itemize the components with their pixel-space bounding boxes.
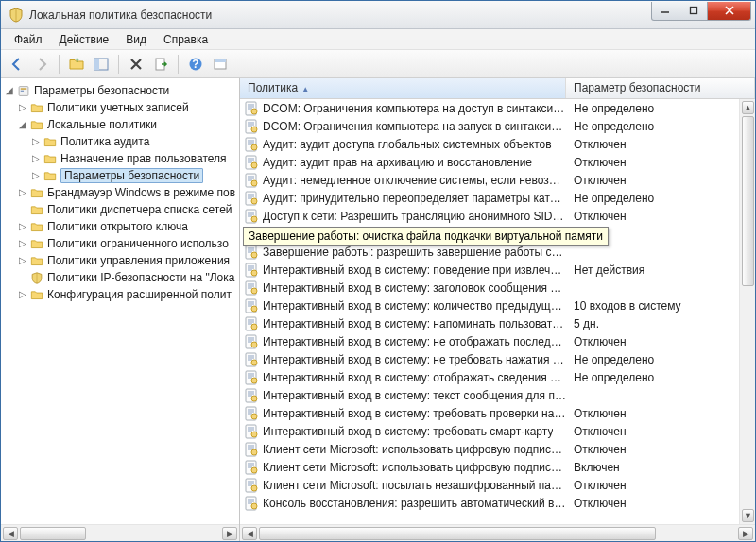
delete-button[interactable]	[126, 54, 146, 75]
policy-list[interactable]: DCOM: Ограничения компьютера на доступ в…	[240, 99, 755, 524]
policy-value: Не определено	[566, 353, 755, 366]
policy-icon	[244, 119, 259, 134]
list-row[interactable]: Аудит: принудительно переопределяет пара…	[240, 189, 755, 207]
menu-view[interactable]: Вид	[118, 31, 154, 48]
list-row[interactable]: Консоль восстановления: разрешить автома…	[240, 494, 755, 512]
policy-value: Отключен	[566, 479, 755, 492]
scroll-up-icon[interactable]: ▲	[742, 101, 754, 114]
scroll-left-icon[interactable]: ◀	[242, 527, 257, 540]
list-row[interactable]: Клиент сети Microsoft: посылать незашифр…	[240, 476, 755, 494]
policy-value: Включен	[566, 461, 755, 474]
up-button[interactable]	[66, 54, 87, 75]
policy-icon	[244, 352, 259, 367]
properties-button[interactable]	[210, 54, 231, 75]
col-param[interactable]: Параметр безопасности	[566, 78, 755, 98]
list-row[interactable]: Интерактивный вход в систему: текст сооб…	[240, 386, 755, 404]
minimize-button[interactable]	[651, 2, 679, 21]
tree-item[interactable]: ▷Назначение прав пользователя	[3, 150, 239, 167]
tree-item-selected[interactable]: ▷Параметры безопасности	[3, 167, 239, 184]
scroll-thumb[interactable]	[259, 527, 656, 540]
expand-icon[interactable]: ▷	[16, 256, 29, 265]
list-row[interactable]: Интерактивный вход в систему: отображать…	[240, 368, 755, 386]
back-button[interactable]	[7, 54, 27, 75]
expand-icon[interactable]: ▷	[29, 137, 43, 146]
export-button[interactable]	[150, 54, 171, 75]
list-row[interactable]: Клиент сети Microsoft: использовать цифр…	[240, 458, 755, 476]
list-row[interactable]: DCOM: Ограничения компьютера на запуск в…	[240, 117, 755, 135]
policy-icon	[244, 424, 259, 439]
scroll-right-icon[interactable]: ▶	[222, 527, 237, 540]
policy-value: Отключен	[566, 425, 755, 438]
list-row[interactable]: Аудит: немедленное отключение системы, е…	[240, 171, 755, 189]
list-row[interactable]: Интерактивный вход в систему: поведение …	[240, 261, 755, 279]
forward-button[interactable]	[31, 54, 52, 75]
menu-action[interactable]: Действие	[52, 31, 117, 48]
scroll-right-icon[interactable]: ▶	[738, 527, 753, 540]
menu-file[interactable]: Файл	[7, 31, 50, 48]
list-row[interactable]: Интерактивный вход в систему: не требова…	[240, 350, 755, 368]
list-row[interactable]: Интерактивный вход в систему: требовать …	[240, 422, 755, 440]
list-row[interactable]: Интерактивный вход в систему: напоминать…	[240, 314, 755, 332]
help-button[interactable]: ?	[185, 54, 206, 75]
expand-icon[interactable]: ▷	[16, 290, 29, 299]
tree-item[interactable]: ▷Брандмауэр Windows в режиме пов	[3, 184, 239, 201]
list-vscrollbar[interactable]: ▲ ▼	[739, 99, 755, 524]
policy-value: 5 дн.	[566, 317, 755, 330]
svg-rect-6	[690, 8, 696, 14]
policy-value: Отключен	[566, 156, 755, 169]
close-button[interactable]	[708, 2, 751, 21]
policy-icon	[244, 155, 259, 170]
policy-name: Консоль восстановления: разрешить автома…	[263, 497, 566, 510]
tree-root[interactable]: ◢Параметры безопасности	[3, 82, 239, 99]
tree-item[interactable]: ▷Политика аудита	[3, 133, 239, 150]
policy-name: Клиент сети Microsoft: использовать цифр…	[263, 443, 566, 456]
list-row[interactable]: Аудит: аудит доступа глобальных системны…	[240, 135, 755, 153]
tree-item[interactable]: ▷Политики открытого ключа	[3, 218, 239, 235]
col-policy[interactable]: Политика▲	[240, 78, 566, 98]
list-row[interactable]: DCOM: Ограничения компьютера на доступ в…	[240, 99, 755, 117]
list-row[interactable]: Клиент сети Microsoft: использовать цифр…	[240, 440, 755, 458]
tree-hscrollbar[interactable]: ◀ ▶	[1, 524, 239, 541]
scroll-left-icon[interactable]: ◀	[3, 527, 18, 540]
tree-item[interactable]: ◢Локальные политики	[3, 116, 239, 133]
policy-icon	[244, 496, 259, 511]
tree-item[interactable]: ▷Политики управления приложения	[3, 252, 239, 269]
list-row[interactable]: Аудит: аудит прав на архивацию и восстан…	[240, 153, 755, 171]
scroll-thumb[interactable]	[20, 527, 86, 540]
expand-icon[interactable]: ▷	[16, 239, 29, 248]
policy-name: DCOM: Ограничения компьютера на доступ в…	[263, 102, 566, 115]
policy-icon	[244, 245, 259, 260]
tree-item[interactable]: ▷Политики учетных записей	[3, 99, 239, 116]
menu-help[interactable]: Справка	[156, 31, 215, 48]
collapse-icon[interactable]: ◢	[3, 86, 16, 95]
policy-name: Аудит: аудит прав на архивацию и восстан…	[263, 156, 532, 169]
scroll-thumb[interactable]	[742, 116, 754, 286]
policy-icon	[244, 406, 259, 421]
titlebar: Локальная политика безопасности	[1, 1, 755, 29]
policy-name: Интерактивный вход в систему: требовать …	[263, 407, 566, 420]
expand-icon[interactable]: ▷	[29, 171, 43, 180]
collapse-icon[interactable]: ◢	[16, 120, 29, 129]
maximize-button[interactable]	[679, 2, 708, 21]
policy-value: Отключен	[566, 443, 755, 456]
expand-icon[interactable]: ▷	[16, 222, 29, 231]
list-row[interactable]: Интерактивный вход в систему: не отображ…	[240, 332, 755, 350]
list-row[interactable]: Интерактивный вход в систему: количество…	[240, 296, 755, 314]
list-hscrollbar[interactable]: ◀ ▶	[240, 524, 755, 541]
expand-icon[interactable]: ▷	[29, 154, 43, 163]
list-row[interactable]: Интерактивный вход в систему: заголовок …	[240, 279, 755, 296]
scroll-down-icon[interactable]: ▼	[742, 509, 754, 522]
app-icon	[9, 8, 24, 23]
tree[interactable]: ◢Параметры безопасности ▷Политики учетны…	[1, 82, 239, 524]
tree-item[interactable]: ▷Политики IP-безопасности на "Лока	[3, 269, 239, 286]
expand-icon[interactable]: ▷	[16, 188, 29, 197]
list-row[interactable]: Доступ к сети: Разрешить трансляцию анон…	[240, 207, 755, 225]
policy-value: 10 входов в систему	[566, 299, 755, 313]
show-tree-button[interactable]	[91, 54, 112, 75]
list-row[interactable]: Интерактивный вход в систему: требовать …	[240, 404, 755, 422]
window-title: Локальная политика безопасности	[29, 8, 651, 22]
tree-item[interactable]: ▷Политики ограниченного использо	[3, 235, 239, 252]
expand-icon[interactable]: ▷	[16, 103, 29, 112]
tree-item[interactable]: ▷Политики диспетчера списка сетей	[3, 201, 239, 218]
tree-item[interactable]: ▷Конфигурация расширенной полит	[3, 286, 239, 303]
